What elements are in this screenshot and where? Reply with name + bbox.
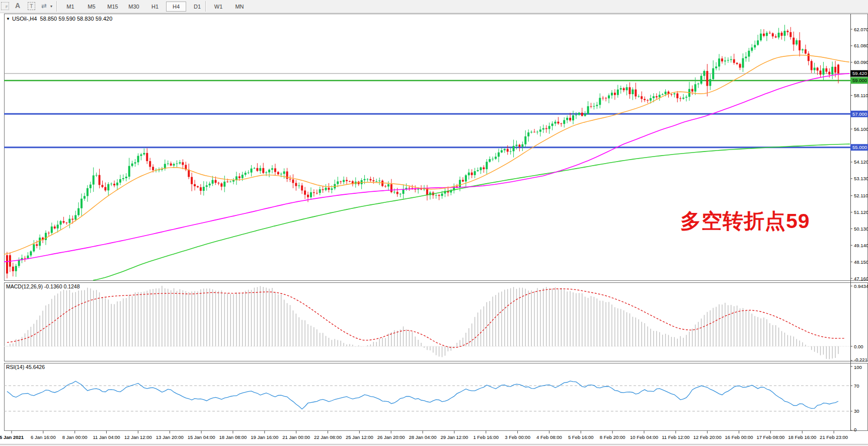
toolbar: F A T ⇄ ▾ M1M5M15M30H1H4D1W1MN bbox=[0, 0, 868, 13]
timeframe-button-mn[interactable]: MN bbox=[229, 2, 250, 12]
svg-text:58.110: 58.110 bbox=[854, 93, 868, 98]
svg-text:61.080: 61.080 bbox=[854, 43, 868, 48]
svg-text:48.150: 48.150 bbox=[854, 259, 868, 265]
mt4-chart-window: F A T ⇄ ▾ M1M5M15M30H1H4D1W1MN 62.07061.… bbox=[0, 0, 868, 446]
svg-text:54.120: 54.120 bbox=[854, 159, 868, 165]
svg-text:30: 30 bbox=[854, 408, 859, 414]
svg-text:26 Jan 20:00: 26 Jan 20:00 bbox=[377, 434, 405, 440]
svg-text:70: 70 bbox=[854, 383, 859, 389]
svg-text:57.000: 57.000 bbox=[852, 111, 867, 117]
svg-text:13 Jan 20:00: 13 Jan 20:00 bbox=[156, 434, 184, 440]
svg-text:21 Jan 00:00: 21 Jan 00:00 bbox=[282, 434, 310, 440]
timeframe-button-h1[interactable]: H1 bbox=[145, 2, 165, 12]
svg-text:19 Jan 16:00: 19 Jan 16:00 bbox=[251, 434, 278, 440]
chart-annotation-text: 多空转折点59 bbox=[680, 207, 810, 235]
svg-text:28 Jan 04:00: 28 Jan 04:00 bbox=[409, 434, 437, 440]
svg-text:21 Feb 23:00: 21 Feb 23:00 bbox=[820, 434, 848, 440]
timeframe-button-w1[interactable]: W1 bbox=[208, 2, 228, 12]
font-a-icon[interactable]: A bbox=[15, 2, 20, 10]
symbol-timeframe-label: USOil-,H4 bbox=[12, 16, 37, 22]
svg-text:3 Feb 00:00: 3 Feb 00:00 bbox=[505, 434, 530, 440]
svg-text:8 Feb 20:00: 8 Feb 20:00 bbox=[600, 434, 625, 440]
svg-text:62.070: 62.070 bbox=[854, 27, 868, 32]
svg-text:6 Jan 16:00: 6 Jan 16:00 bbox=[31, 434, 56, 440]
svg-text:-0.2213: -0.2213 bbox=[854, 357, 868, 362]
svg-text:55.000: 55.000 bbox=[852, 144, 867, 150]
timeframe-button-m1[interactable]: M1 bbox=[60, 2, 81, 12]
svg-text:17 Feb 08:00: 17 Feb 08:00 bbox=[756, 434, 784, 440]
toolbar-separator bbox=[205, 1, 206, 12]
svg-text:16 Feb 00:00: 16 Feb 00:00 bbox=[725, 434, 753, 440]
macd-indicator-label: MACD(12,26,9) -0.1360 0.1248 bbox=[6, 283, 80, 289]
svg-text:22 Jan 08:00: 22 Jan 08:00 bbox=[314, 434, 342, 440]
svg-text:59.000: 59.000 bbox=[852, 78, 867, 83]
chart-title: ▼USOil-,H4 58.850 59.590 58.830 59.420 bbox=[6, 16, 112, 22]
svg-text:0.00: 0.00 bbox=[854, 344, 863, 349]
symbol-dropdown-icon[interactable]: ▼ bbox=[6, 17, 10, 21]
svg-text:12 Feb 20:00: 12 Feb 20:00 bbox=[693, 434, 722, 440]
svg-text:5 Jan 2021: 5 Jan 2021 bbox=[0, 434, 24, 440]
toolbar-separator bbox=[56, 1, 57, 12]
svg-text:0: 0 bbox=[854, 427, 856, 432]
timeframe-button-m30[interactable]: M30 bbox=[124, 2, 144, 12]
svg-text:52.110: 52.110 bbox=[854, 193, 868, 198]
ohlc-values: 58.850 59.590 58.830 59.420 bbox=[40, 16, 113, 22]
svg-text:1 Feb 16:00: 1 Feb 16:00 bbox=[473, 434, 499, 440]
rsi-indicator-label: RSI(14) 45.6426 bbox=[6, 364, 45, 370]
text-label-icon[interactable]: T bbox=[28, 2, 35, 10]
svg-text:29 Jan 12:00: 29 Jan 12:00 bbox=[440, 434, 468, 440]
svg-text:49.140: 49.140 bbox=[854, 243, 868, 248]
timeframe-button-m5[interactable]: M5 bbox=[82, 2, 102, 12]
svg-text:18 Jan 08:00: 18 Jan 08:00 bbox=[219, 434, 247, 440]
timeframe-button-d1[interactable]: D1 bbox=[187, 2, 207, 12]
svg-text:10 Feb 04:00: 10 Feb 04:00 bbox=[630, 434, 658, 440]
svg-text:59.420: 59.420 bbox=[852, 70, 867, 76]
dropdown-caret-icon[interactable]: ▾ bbox=[50, 4, 52, 9]
svg-text:15 Jan 04:00: 15 Jan 04:00 bbox=[188, 434, 215, 440]
svg-text:51.120: 51.120 bbox=[854, 209, 868, 215]
svg-text:60.090: 60.090 bbox=[854, 59, 868, 65]
svg-text:12 Jan 12:00: 12 Jan 12:00 bbox=[124, 434, 152, 440]
svg-text:53.130: 53.130 bbox=[854, 176, 868, 181]
toolbar-grid-f-icon[interactable]: F bbox=[1, 2, 9, 10]
svg-text:5 Feb 16:00: 5 Feb 16:00 bbox=[568, 434, 594, 440]
svg-text:4 Feb 08:00: 4 Feb 08:00 bbox=[536, 434, 562, 440]
timeframe-button-m15[interactable]: M15 bbox=[103, 2, 123, 12]
timeframe-buttons: M1M5M15M30H1H4D1W1MN bbox=[60, 1, 250, 12]
svg-text:8 Jan 00:00: 8 Jan 00:00 bbox=[62, 434, 88, 440]
svg-text:50.130: 50.130 bbox=[854, 226, 868, 232]
svg-text:100: 100 bbox=[854, 364, 862, 370]
svg-text:11 Feb 12:00: 11 Feb 12:00 bbox=[662, 434, 689, 440]
svg-text:47.160: 47.160 bbox=[854, 276, 868, 281]
timeframe-button-h4[interactable]: H4 bbox=[166, 2, 186, 12]
cursor-mode-icon[interactable]: ⇄ bbox=[41, 2, 47, 10]
svg-text:11 Jan 04:00: 11 Jan 04:00 bbox=[93, 434, 120, 440]
svg-text:25 Jan 12:00: 25 Jan 12:00 bbox=[346, 434, 373, 440]
svg-text:0.9434: 0.9434 bbox=[854, 283, 868, 289]
svg-text:56.100: 56.100 bbox=[854, 126, 868, 132]
svg-text:18 Feb 16:00: 18 Feb 16:00 bbox=[788, 434, 816, 440]
